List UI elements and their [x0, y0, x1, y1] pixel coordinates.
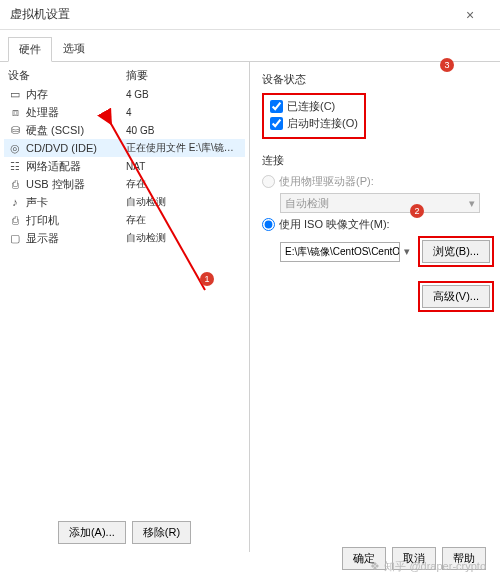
hardware-header: 设备 摘要 — [4, 62, 245, 85]
browse-button[interactable]: 浏览(B)... — [422, 240, 490, 263]
connect-start-label: 启动时连接(O) — [287, 116, 358, 131]
browse-highlight: 浏览(B)... — [418, 236, 494, 267]
details-panel: 设备状态 已连接(C) 启动时连接(O) 连接 使用物理驱动器(P): 自动检测… — [250, 62, 500, 552]
device-summary: 自动检测 — [126, 231, 241, 245]
advanced-button[interactable]: 高级(V)... — [422, 285, 490, 308]
status-highlight: 已连接(C) 启动时连接(O) — [262, 93, 366, 139]
device-name: USB 控制器 — [26, 177, 126, 192]
device-name: 声卡 — [26, 195, 126, 210]
connect-start-check[interactable] — [270, 117, 283, 130]
hardware-row-net[interactable]: ☷网络适配器NAT — [4, 157, 245, 175]
device-name: 内存 — [26, 87, 126, 102]
dialog-buttons: 确定 取消 帮助 — [328, 537, 500, 580]
hardware-row-disk[interactable]: ⛁硬盘 (SCSI)40 GB — [4, 121, 245, 139]
device-name: 处理器 — [26, 105, 126, 120]
connect-start-checkbox[interactable]: 启动时连接(O) — [270, 116, 358, 131]
memory-icon: ▭ — [8, 87, 22, 101]
tab-hardware[interactable]: 硬件 — [8, 37, 52, 62]
chevron-down-icon: ▾ — [469, 197, 475, 210]
hardware-row-printer[interactable]: ⎙打印机存在 — [4, 211, 245, 229]
remove-button[interactable]: 移除(R) — [132, 521, 191, 544]
auto-detect-label: 自动检测 — [285, 196, 329, 211]
device-name: 硬盘 (SCSI) — [26, 123, 126, 138]
iso-radio[interactable] — [262, 218, 275, 231]
close-icon[interactable]: × — [450, 7, 490, 23]
hardware-row-usb[interactable]: ⎙USB 控制器存在 — [4, 175, 245, 193]
hardware-list-panel: 设备 摘要 ▭内存4 GB⧈处理器4⛁硬盘 (SCSI)40 GB◎CD/DVD… — [0, 62, 250, 552]
device-summary: NAT — [126, 161, 241, 172]
add-button[interactable]: 添加(A)... — [58, 521, 126, 544]
titlebar: 虚拟机设置 × — [0, 0, 500, 30]
usb-icon: ⎙ — [8, 177, 22, 191]
iso-radio-row[interactable]: 使用 ISO 映像文件(M): — [262, 217, 494, 232]
iso-path-input[interactable]: E:\库\镜像\CentOS\CentOS-7- — [280, 242, 400, 262]
cpu-icon: ⧈ — [8, 105, 22, 119]
device-summary: 正在使用文件 E:\库\镜像\Cent... — [126, 141, 241, 155]
printer-icon: ⎙ — [8, 213, 22, 227]
disk-icon: ⛁ — [8, 123, 22, 137]
connected-label: 已连接(C) — [287, 99, 335, 114]
device-name: 打印机 — [26, 213, 126, 228]
cd-icon: ◎ — [8, 141, 22, 155]
hardware-row-sound[interactable]: ♪声卡自动检测 — [4, 193, 245, 211]
physical-drive-radio[interactable]: 使用物理驱动器(P): — [262, 174, 494, 189]
hardware-row-display[interactable]: ▢显示器自动检测 — [4, 229, 245, 247]
status-title: 设备状态 — [262, 72, 494, 87]
sound-icon: ♪ — [8, 195, 22, 209]
physical-radio — [262, 175, 275, 188]
window-title: 虚拟机设置 — [10, 6, 450, 23]
col-summary: 摘要 — [126, 68, 148, 83]
connected-check[interactable] — [270, 100, 283, 113]
hardware-row-cd[interactable]: ◎CD/DVD (IDE)正在使用文件 E:\库\镜像\Cent... — [4, 139, 245, 157]
display-icon: ▢ — [8, 231, 22, 245]
physical-drive-select: 自动检测 ▾ — [280, 193, 480, 213]
device-summary: 存在 — [126, 177, 241, 191]
iso-label: 使用 ISO 映像文件(M): — [279, 217, 390, 232]
device-name: CD/DVD (IDE) — [26, 142, 126, 154]
tab-strip: 硬件 选项 — [0, 30, 500, 62]
connected-checkbox[interactable]: 已连接(C) — [270, 99, 358, 114]
net-icon: ☷ — [8, 159, 22, 173]
physical-label: 使用物理驱动器(P): — [279, 174, 374, 189]
hardware-row-memory[interactable]: ▭内存4 GB — [4, 85, 245, 103]
help-button[interactable]: 帮助 — [442, 547, 486, 570]
hardware-list: ▭内存4 GB⧈处理器4⛁硬盘 (SCSI)40 GB◎CD/DVD (IDE)… — [4, 85, 245, 513]
col-device: 设备 — [8, 68, 126, 83]
cancel-button[interactable]: 取消 — [392, 547, 436, 570]
device-summary: 存在 — [126, 213, 241, 227]
chevron-down-icon[interactable]: ▾ — [400, 245, 414, 258]
device-summary: 自动检测 — [126, 195, 241, 209]
device-name: 网络适配器 — [26, 159, 126, 174]
advanced-highlight: 高级(V)... — [418, 281, 494, 312]
hardware-row-cpu[interactable]: ⧈处理器4 — [4, 103, 245, 121]
device-summary: 4 GB — [126, 89, 241, 100]
device-summary: 40 GB — [126, 125, 241, 136]
device-summary: 4 — [126, 107, 241, 118]
tab-options[interactable]: 选项 — [52, 36, 96, 61]
connection-title: 连接 — [262, 153, 494, 168]
ok-button[interactable]: 确定 — [342, 547, 386, 570]
device-name: 显示器 — [26, 231, 126, 246]
